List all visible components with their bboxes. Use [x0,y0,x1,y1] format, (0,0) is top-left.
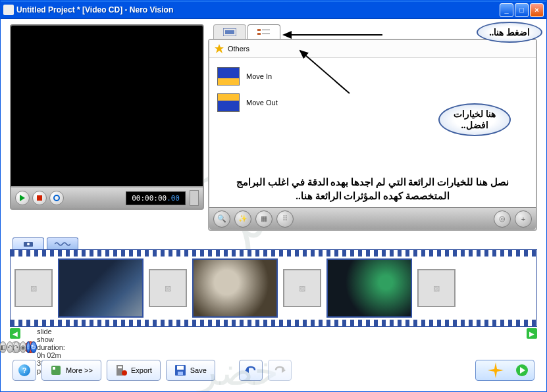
target-icon[interactable]: ◎ [494,210,511,228]
effects-category-label: Others [228,45,249,53]
annotation-description: نصل هنا للخيارات الرائعة التي لم اجدها ب… [209,172,536,207]
rotate-cw-icon[interactable]: ↷ [13,341,20,353]
timeline-strip[interactable]: ▨ ▨ ▨ ▨ [10,249,537,327]
preview-panel: 00:00:00.00 [10,24,204,231]
next-arrow-icon [515,364,529,377]
transition-slot[interactable]: ▨ [283,269,321,307]
options-icon[interactable]: ⠿ [276,210,294,228]
window-title: Untitled Project * [Video CD] - Nero Vis… [16,5,500,14]
export-icon [115,364,127,376]
add-icon[interactable]: + [515,210,532,228]
annotation-bubble-middle: هنا لخيارات افضل.. [438,103,511,136]
svg-rect-10 [262,34,270,34]
record-icon[interactable]: ● ◧ ↶ ↷ ◉ ↓ ↻ Total slide show duration:… [24,341,36,353]
effect-item-movein[interactable]: Move In [215,63,531,89]
save-label: Save [190,366,207,374]
timeline-section: ▨ ▨ ▨ ▨ ◀ ▶ 📷 ● ◧ ↶ ↷ ◉ ↓ [10,237,537,383]
svg-rect-22 [177,366,184,370]
minimize-button[interactable]: _ [500,3,513,17]
app-icon [3,5,14,15]
export-button[interactable]: Export [107,360,161,381]
rotate-ccw-icon[interactable]: ↶ [7,341,13,353]
svg-rect-19 [118,366,122,368]
more-button[interactable]: More >> [41,360,101,381]
more-label: More >> [66,366,93,374]
save-button[interactable]: Save [166,360,215,381]
redo-icon [274,366,286,375]
svg-point-15 [27,243,30,245]
maximize-button[interactable]: □ [515,3,529,17]
loop-button[interactable] [49,191,64,205]
more-icon [50,364,62,376]
redo-button[interactable] [268,360,292,381]
effects-toolbar: 🔍 ✨ ▦ ⠿ ◎ + [209,207,536,230]
effect-label: Move In [246,72,272,80]
svg-rect-23 [178,372,183,375]
undo-icon [245,366,257,375]
effects-tab-filmstrip[interactable] [213,24,246,39]
effect-label: Move Out [246,99,278,107]
export-label: Export [131,366,152,374]
refresh-icon[interactable]: ↻ [30,341,37,353]
timeline-scroll-right[interactable]: ▶ [527,328,537,339]
stop-button[interactable] [32,191,47,205]
svg-point-2 [54,195,59,201]
transition-slot[interactable]: ▨ [149,269,187,307]
svg-point-20 [122,370,127,376]
timeline-scroll-left[interactable]: ◀ [10,328,20,339]
svg-rect-9 [257,33,261,35]
undo-button[interactable] [239,360,263,381]
svg-marker-0 [20,195,25,201]
transition-slot[interactable]: ▨ [14,269,53,307]
svg-rect-7 [257,29,261,31]
help-icon: ? [18,364,30,376]
svg-rect-6 [225,30,234,34]
search-icon[interactable]: 🔍 [213,210,230,228]
timecode-spinner[interactable] [190,190,199,206]
effect-thumb-icon [217,67,240,86]
close-button[interactable]: × [530,3,544,17]
effects-tab-list[interactable] [247,24,280,39]
svg-marker-11 [215,44,224,53]
timeline-thumbnail[interactable] [192,258,278,318]
crop-icon[interactable]: ◧ [0,341,7,353]
effects-panel: اضغط هنا.. Others هنا لخيارات افضل.. [208,24,537,231]
effect-thumb-icon [217,93,240,112]
app-window: Untitled Project * [Video CD] - Nero Vis… [0,0,547,392]
grid-icon[interactable]: ▦ [255,210,273,228]
timeline-thumbnail[interactable] [326,258,412,318]
timeline-tab-audio[interactable] [47,237,78,249]
timeline-toolbar: 📷 ● ◧ ↶ ↷ ◉ ↓ ↻ Total slide show duratio… [10,341,537,353]
timeline-tab-camera[interactable] [13,237,44,249]
preview-controls: 00:00:00.00 [10,187,204,210]
annotation-bubble-top: اضغط هنا.. [477,22,542,43]
effects-category-header[interactable]: Others [209,40,536,58]
star-icon [215,44,224,53]
wand-icon[interactable]: ✨ [234,210,251,228]
preview-display [10,24,204,187]
save-icon [174,364,186,376]
next-button[interactable] [475,360,534,381]
transition-slot[interactable]: ▨ [417,269,456,307]
titlebar: Untitled Project * [Video CD] - Nero Vis… [1,1,546,19]
svg-rect-17 [53,367,55,370]
help-button[interactable]: ? [13,360,36,381]
bottom-bar: ? More >> Export Save [10,360,537,383]
timecode-display: 00:00:00.00 [126,191,186,205]
sparkle-icon [488,362,504,378]
svg-rect-8 [262,30,270,30]
disc-icon[interactable]: ◉ [20,341,26,353]
timeline-thumbnail[interactable] [58,258,143,318]
play-button[interactable] [15,191,30,205]
svg-rect-1 [37,195,42,201]
svg-marker-26 [488,362,504,378]
